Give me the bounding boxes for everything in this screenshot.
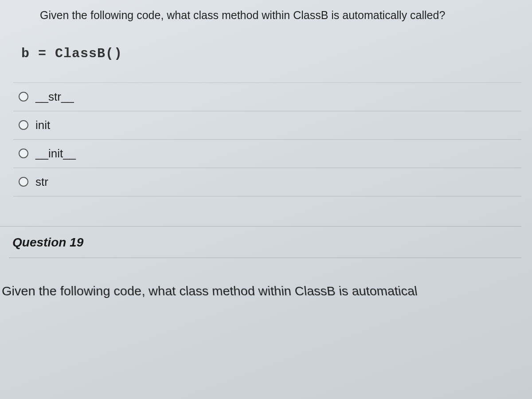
radio-icon <box>19 177 28 187</box>
radio-icon <box>19 120 28 130</box>
question-block: Given the following code, what class met… <box>0 0 532 298</box>
code-snippet: b = ClassB() <box>21 46 521 61</box>
option-label: __str__ <box>35 90 74 104</box>
radio-icon <box>19 92 28 102</box>
quiz-page: Given the following code, what class met… <box>0 0 532 399</box>
radio-icon <box>19 149 28 158</box>
next-question-prompt: Given the following code, what class met… <box>2 284 521 298</box>
option-label: __init__ <box>35 147 76 160</box>
section-divider <box>0 196 521 227</box>
option-label: str <box>35 175 48 189</box>
question-prompt: Given the following code, what class met… <box>40 8 521 23</box>
next-question-body: Given the following code, what class met… <box>0 258 521 298</box>
next-question-header: Question 19 <box>9 227 521 258</box>
option-row-str[interactable]: str <box>13 168 521 196</box>
option-row-init[interactable]: init <box>13 111 521 140</box>
option-row-str-dunder[interactable]: __str__ <box>13 82 521 111</box>
answer-options: __str__ init __init__ str <box>13 82 521 196</box>
next-question-title: Question 19 <box>12 235 83 249</box>
option-label: init <box>35 118 50 132</box>
option-row-init-dunder[interactable]: __init__ <box>13 140 521 168</box>
